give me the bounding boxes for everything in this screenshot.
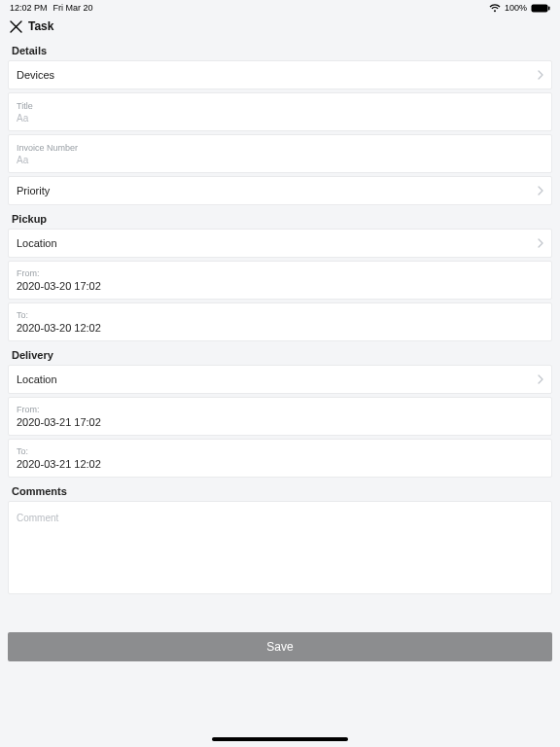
priority-label: Priority [17, 185, 50, 196]
status-bar: 12:02 PM Fri Mar 20 100% [0, 0, 560, 16]
chevron-right-icon [538, 70, 543, 80]
svg-rect-1 [548, 6, 550, 10]
comments-header: Comments [0, 478, 560, 501]
save-button[interactable]: Save [8, 632, 552, 661]
chevron-right-icon [538, 186, 543, 196]
pickup-location-row[interactable]: Location [8, 229, 552, 258]
close-icon[interactable] [10, 20, 22, 33]
delivery-location-row[interactable]: Location [8, 365, 552, 394]
chevron-right-icon [538, 374, 543, 384]
invoice-row[interactable]: Invoice Number Aa [8, 134, 552, 173]
title-placeholder: Aa [17, 113, 28, 124]
delivery-from-label: From: [17, 405, 40, 414]
invoice-placeholder: Aa [17, 155, 28, 165]
chevron-right-icon [538, 238, 543, 248]
delivery-from-row[interactable]: From: 2020-03-21 17:02 [8, 397, 552, 436]
pickup-to-value: 2020-03-20 12:02 [17, 322, 101, 334]
details-header: Details [0, 37, 560, 60]
battery-icon [531, 4, 550, 13]
nav-bar: Task [0, 16, 560, 37]
comments-placeholder: Comment [17, 513, 58, 523]
priority-row[interactable]: Priority [8, 176, 552, 205]
wifi-icon [489, 4, 501, 13]
delivery-to-value: 2020-03-21 12:02 [17, 458, 101, 470]
pickup-from-label: From: [17, 268, 40, 278]
title-label: Title [17, 101, 33, 111]
comments-input[interactable]: Comment [8, 501, 552, 594]
delivery-header: Delivery [0, 341, 560, 365]
pickup-to-label: To: [17, 310, 28, 320]
delivery-from-value: 2020-03-21 17:02 [17, 416, 101, 428]
pickup-from-value: 2020-03-20 17:02 [17, 280, 101, 292]
pickup-to-row[interactable]: To: 2020-03-20 12:02 [8, 302, 552, 341]
devices-row[interactable]: Devices [8, 60, 552, 89]
invoice-label: Invoice Number [17, 143, 78, 153]
delivery-to-row[interactable]: To: 2020-03-21 12:02 [8, 439, 552, 478]
delivery-to-label: To: [17, 446, 28, 456]
title-row[interactable]: Title Aa [8, 92, 552, 131]
status-date: Fri Mar 20 [53, 3, 93, 13]
pickup-from-row[interactable]: From: 2020-03-20 17:02 [8, 261, 552, 300]
status-battery-percent: 100% [505, 3, 527, 13]
status-time: 12:02 PM [10, 3, 48, 13]
page-title: Task [28, 19, 53, 33]
pickup-header: Pickup [0, 205, 560, 229]
svg-rect-0 [532, 4, 548, 12]
home-indicator [212, 737, 348, 741]
devices-label: Devices [17, 69, 54, 81]
pickup-location-label: Location [17, 237, 57, 249]
save-label: Save [266, 640, 293, 654]
delivery-location-label: Location [17, 374, 57, 385]
